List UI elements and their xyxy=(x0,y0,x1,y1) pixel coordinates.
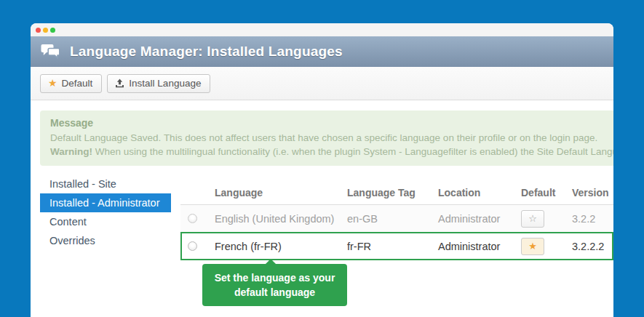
star-icon: ★ xyxy=(48,78,57,88)
install-language-button-label: Install Language xyxy=(129,78,201,89)
sidebar-item-installed-site[interactable]: Installed - Site xyxy=(40,174,171,193)
tooltip-line-1: Set the language as your xyxy=(202,270,347,285)
column-header-version: Version xyxy=(572,187,613,198)
default-button-label: Default xyxy=(62,78,93,89)
warning-label: Warning! xyxy=(50,146,92,157)
cell-version: 3.2.2 xyxy=(572,213,613,225)
languages-table: Language Language Tag Location Default V… xyxy=(180,180,613,260)
default-star-button-french[interactable]: ★ xyxy=(521,238,544,255)
cell-language-tag: en-GB xyxy=(347,213,438,225)
sidebar-item-content[interactable]: Content xyxy=(40,212,171,231)
cell-version: 3.2.2.2 xyxy=(572,241,612,252)
message-line-2: Warning! When using the multilingual fun… xyxy=(50,145,613,158)
cell-location: Administrator xyxy=(438,241,521,252)
sidebar-item-overrides[interactable]: Overrides xyxy=(40,231,171,250)
default-star-button-english[interactable]: ☆ xyxy=(521,210,544,228)
cell-location: Administrator xyxy=(438,213,521,225)
cell-language: French (fr-FR) xyxy=(215,241,347,252)
cell-language-tag: fr-FR xyxy=(347,241,438,252)
table-row-french: French (fr-FR) fr-FR Administrator ★ 3.2… xyxy=(180,232,613,260)
tooltip-line-2: default language xyxy=(202,285,347,300)
default-button[interactable]: ★ Default xyxy=(40,74,102,93)
sidebar: Installed - Site Installed - Administrat… xyxy=(40,174,171,250)
language-radio-french[interactable] xyxy=(188,241,197,251)
cell-language: English (United Kingdom) xyxy=(215,213,347,225)
default-language-tooltip: Set the language as your default languag… xyxy=(202,264,347,306)
column-header-default: Default xyxy=(521,187,572,198)
page-header: Language Manager: Installed Languages xyxy=(31,36,613,67)
message-heading: Message xyxy=(50,117,613,129)
column-header-location: Location xyxy=(438,187,521,198)
window-titlebar xyxy=(31,23,613,36)
table-header-row: Language Language Tag Location Default V… xyxy=(180,180,613,205)
minimize-button[interactable] xyxy=(43,28,48,33)
message-line-1: Default Language Saved. This does not af… xyxy=(50,131,613,145)
language-radio-english[interactable] xyxy=(188,214,197,223)
toolbar: ★ Default Install Language xyxy=(31,67,613,100)
column-header-language-tag: Language Tag xyxy=(347,187,438,198)
install-language-button[interactable]: Install Language xyxy=(107,74,210,93)
warning-text: When using the multilingual functionalit… xyxy=(92,146,613,157)
page-title: Language Manager: Installed Languages xyxy=(70,44,343,60)
column-header-language: Language xyxy=(215,187,347,198)
comments-icon xyxy=(41,44,60,60)
app-window: Language Manager: Installed Languages ★ … xyxy=(31,23,613,317)
close-button[interactable] xyxy=(36,28,41,33)
sidebar-item-installed-administrator[interactable]: Installed - Administrator xyxy=(40,193,171,212)
message-alert: Message Default Language Saved. This doe… xyxy=(40,111,613,166)
table-row-english: English (United Kingdom) en-GB Administr… xyxy=(180,205,613,232)
zoom-button[interactable] xyxy=(50,28,55,33)
tooltip-arrow xyxy=(266,259,276,264)
upload-icon xyxy=(115,79,124,88)
